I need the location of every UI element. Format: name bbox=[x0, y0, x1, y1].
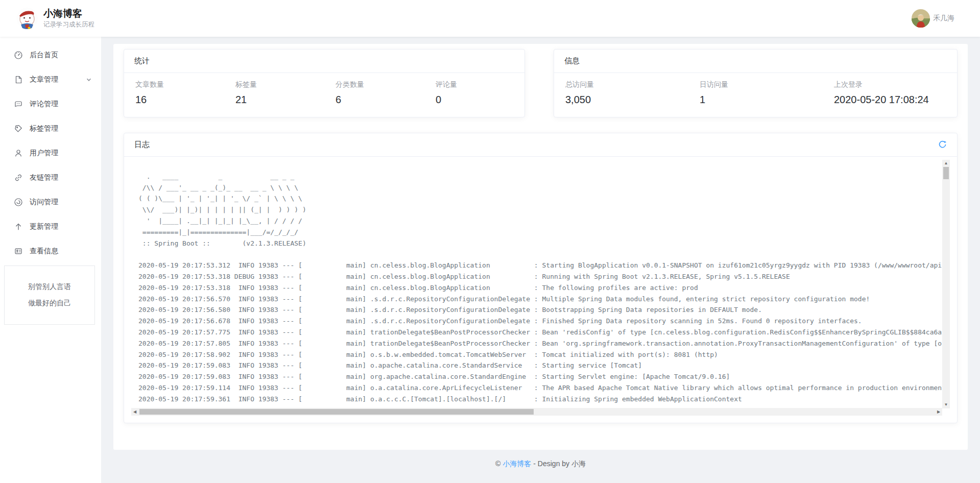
sidebar-item-updates[interactable]: 更新管理 bbox=[0, 214, 101, 239]
sidebar-item-label: 更新管理 bbox=[30, 222, 58, 231]
stat-label: 上次登录 bbox=[834, 80, 957, 89]
sidebar-item-label: 友链管理 bbox=[30, 173, 58, 182]
log-card-title: 日志 bbox=[134, 140, 150, 150]
stats-card-header: 统计 bbox=[124, 50, 524, 73]
footer-site-link[interactable]: 小海博客 bbox=[503, 460, 531, 468]
horizontal-scrollbar[interactable]: ◀ ▶ bbox=[131, 408, 942, 416]
stat-label: 评论量 bbox=[436, 80, 524, 89]
stat-tags: 标签量 21 bbox=[224, 80, 324, 106]
arrow-up-icon bbox=[14, 222, 23, 231]
comment-icon bbox=[14, 100, 23, 109]
site-subtitle: 记录学习成长历程 bbox=[43, 20, 94, 29]
motto-line: 别管别人言语 bbox=[28, 282, 71, 292]
sidebar-item-label: 访问管理 bbox=[30, 198, 58, 207]
stat-daily-visits: 日访问量 1 bbox=[688, 80, 823, 106]
user-icon bbox=[14, 149, 23, 158]
scroll-left-arrow[interactable]: ◀ bbox=[131, 408, 138, 416]
stat-label: 标签量 bbox=[235, 80, 324, 89]
footer: ©小海博客- Design by 小海 bbox=[113, 450, 968, 478]
username[interactable]: 禾几海 bbox=[933, 14, 954, 23]
info-card: 信息 总访问量 3,050 日访问量 1 上次登录 202 bbox=[554, 49, 958, 117]
brand-text: 小海博客 记录学习成长历程 bbox=[43, 8, 94, 30]
vertical-scrollbar-thumb[interactable] bbox=[943, 167, 949, 179]
sidebar: 后台首页 文章管理 评论管理 标签管理 bbox=[0, 37, 101, 483]
refresh-icon[interactable] bbox=[938, 140, 947, 149]
sidebar-item-comments[interactable]: 评论管理 bbox=[0, 92, 101, 116]
motto-box: 别管别人言语 做最好的自己 bbox=[4, 265, 95, 325]
sidebar-item-label: 后台首页 bbox=[30, 51, 58, 60]
stat-label: 日访问量 bbox=[700, 80, 823, 89]
stat-value: 16 bbox=[135, 94, 224, 106]
motto-line: 做最好的自己 bbox=[28, 299, 71, 308]
stat-value: 3,050 bbox=[565, 94, 688, 106]
log-viewport: . ____ _ __ _ _ /\\ / ___'_ __ _ _(_)_ _… bbox=[124, 157, 957, 423]
avatar[interactable] bbox=[912, 9, 930, 28]
sidebar-item-label: 用户管理 bbox=[30, 149, 58, 158]
stat-comments: 评论量 0 bbox=[424, 80, 524, 106]
info-card-header: 信息 bbox=[554, 50, 957, 73]
log-card-header: 日志 bbox=[124, 133, 957, 157]
horizontal-scrollbar-thumb[interactable] bbox=[139, 409, 534, 415]
chevron-down-icon bbox=[86, 77, 92, 83]
site-title: 小海博客 bbox=[43, 8, 94, 20]
sidebar-item-label: 标签管理 bbox=[30, 124, 58, 133]
scroll-down-arrow[interactable]: ▼ bbox=[942, 401, 950, 408]
sidebar-item-tags[interactable]: 标签管理 bbox=[0, 116, 101, 141]
stat-last-login: 上次登录 2020-05-20 17:08:24 bbox=[823, 80, 957, 106]
main-content: 统计 文章数量 16 标签量 21 分类数量 6 bbox=[101, 37, 980, 483]
sidebar-item-articles[interactable]: 文章管理 bbox=[0, 67, 101, 92]
stat-label: 总访问量 bbox=[565, 80, 688, 89]
info-card-title: 信息 bbox=[564, 56, 580, 66]
link-icon bbox=[14, 173, 23, 182]
tag-icon bbox=[14, 124, 23, 133]
scroll-up-arrow[interactable]: ▲ bbox=[942, 160, 950, 167]
scroll-right-arrow[interactable]: ▶ bbox=[935, 408, 942, 416]
stat-value: 1 bbox=[700, 94, 823, 106]
sidebar-item-view-info[interactable]: 查看信息 bbox=[0, 239, 101, 263]
sidebar-item-links[interactable]: 友链管理 bbox=[0, 165, 101, 190]
stat-value: 6 bbox=[336, 94, 424, 106]
stats-card-title: 统计 bbox=[134, 56, 150, 66]
stat-categories: 分类数量 6 bbox=[324, 80, 424, 106]
sidebar-item-label: 文章管理 bbox=[30, 75, 58, 84]
content-panel: 统计 文章数量 16 标签量 21 分类数量 6 bbox=[113, 44, 968, 450]
stat-value: 2020-05-20 17:08:24 bbox=[834, 94, 957, 106]
log-output: . ____ _ __ _ _ /\\ / ___'_ __ _ _(_)_ _… bbox=[131, 157, 950, 408]
user-menu[interactable]: 禾几海 bbox=[912, 9, 954, 28]
sidebar-item-users[interactable]: 用户管理 bbox=[0, 141, 101, 165]
stat-value: 0 bbox=[436, 94, 524, 106]
copyright-symbol: © bbox=[495, 460, 500, 468]
stats-card: 统计 文章数量 16 标签量 21 分类数量 6 bbox=[124, 49, 525, 117]
site-logo-icon bbox=[16, 8, 38, 29]
document-icon bbox=[14, 75, 23, 84]
location-icon bbox=[14, 198, 23, 207]
sidebar-item-visits[interactable]: 访问管理 bbox=[0, 190, 101, 214]
stat-label: 文章数量 bbox=[135, 80, 224, 89]
id-card-icon bbox=[14, 247, 23, 256]
sidebar-item-dashboard[interactable]: 后台首页 bbox=[0, 43, 101, 67]
footer-credit: - Design by 小海 bbox=[533, 460, 586, 468]
sidebar-item-label: 评论管理 bbox=[30, 100, 58, 109]
log-card: 日志 . ____ _ __ _ _ /\\ / ___'_ __ _ _(_)… bbox=[124, 133, 958, 423]
stat-label: 分类数量 bbox=[336, 80, 424, 89]
stat-articles: 文章数量 16 bbox=[124, 80, 224, 106]
dashboard-icon bbox=[14, 51, 23, 60]
stat-value: 21 bbox=[235, 94, 324, 106]
sidebar-item-label: 查看信息 bbox=[30, 247, 58, 256]
app-header: 小海博客 记录学习成长历程 禾几海 bbox=[0, 0, 980, 37]
stat-total-visits: 总访问量 3,050 bbox=[554, 80, 688, 106]
vertical-scrollbar[interactable]: ▲ ▼ bbox=[942, 160, 950, 408]
brand: 小海博客 记录学习成长历程 bbox=[16, 8, 94, 30]
